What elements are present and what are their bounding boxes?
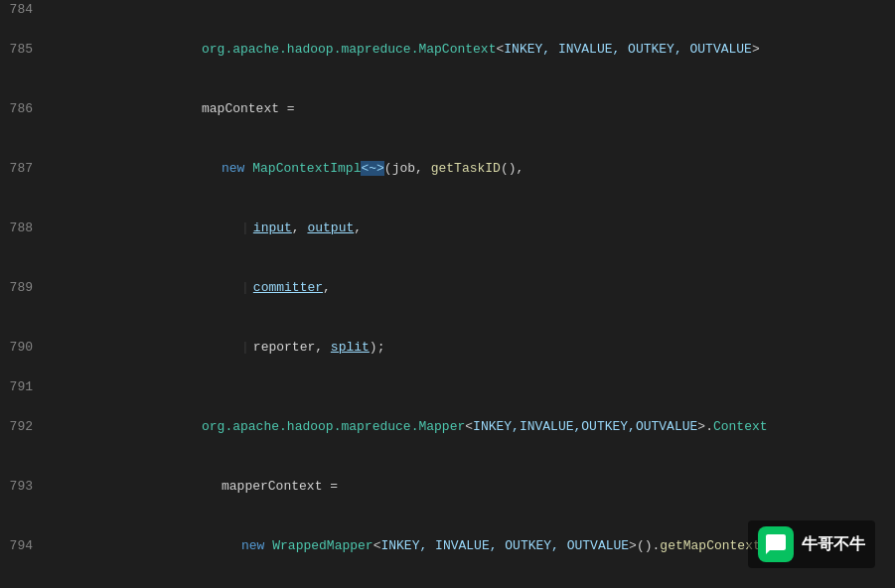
line-content: mapContext = — [61, 79, 895, 139]
table-row: 789 |committer, — [0, 258, 895, 318]
table-row: 785 org.apache.hadoop.mapreduce.MapConte… — [0, 20, 895, 79]
line-content: |reporter, split); — [61, 318, 895, 377]
line-content — [61, 0, 895, 20]
line-content: |committer, — [61, 258, 895, 318]
line-gutter — [45, 516, 61, 576]
line-content: org.apache.hadoop.mapreduce.Mapper<INKEY… — [61, 397, 895, 457]
table-row: 787 new MapContextImpl<~>(job, getTaskID… — [0, 139, 895, 199]
line-number: 788 — [0, 199, 45, 258]
line-gutter — [45, 258, 61, 318]
table-row: 784 — [0, 0, 895, 20]
line-number: 786 — [0, 79, 45, 139]
line-number: 785 — [0, 20, 45, 79]
table-row: 786 mapContext = — [0, 79, 895, 139]
line-gutter — [45, 377, 61, 397]
line-content: mapperContext = — [61, 457, 895, 516]
line-content: org.apache.hadoop.mapreduce.MapContext<I… — [61, 20, 895, 79]
line-content: ||mapContext); — [61, 576, 895, 588]
watermark: 牛哥不牛 — [748, 520, 875, 568]
code-lines: 784 785 org.apache.hadoop.mapreduce.MapC… — [0, 0, 895, 588]
line-number: 793 — [0, 457, 45, 516]
line-gutter — [45, 20, 61, 79]
table-row: 795 ||mapContext); — [0, 576, 895, 588]
line-gutter — [45, 576, 61, 588]
line-gutter — [45, 0, 61, 20]
line-number: 792 — [0, 397, 45, 457]
code-editor: 784 785 org.apache.hadoop.mapreduce.MapC… — [0, 0, 895, 588]
line-content: |input, output, — [61, 199, 895, 258]
line-number: 790 — [0, 318, 45, 377]
line-gutter — [45, 397, 61, 457]
line-gutter — [45, 199, 61, 258]
line-number: 794 — [0, 516, 45, 576]
table-row: 791 — [0, 377, 895, 397]
table-row: 790 |reporter, split); — [0, 318, 895, 377]
line-content — [61, 377, 895, 397]
line-gutter — [45, 79, 61, 139]
watermark-text: 牛哥不牛 — [802, 534, 865, 555]
line-gutter — [45, 139, 61, 199]
line-number: 789 — [0, 258, 45, 318]
line-gutter — [45, 457, 61, 516]
table-row: 793 mapperContext = — [0, 457, 895, 516]
line-gutter — [45, 318, 61, 377]
line-number: 791 — [0, 377, 45, 397]
table-row: 788 |input, output, — [0, 199, 895, 258]
watermark-icon — [758, 526, 794, 562]
line-number: 787 — [0, 139, 45, 199]
line-number: 795 — [0, 576, 45, 588]
line-content: new MapContextImpl<~>(job, getTaskID(), — [61, 139, 895, 199]
table-row: 792 org.apache.hadoop.mapreduce.Mapper<I… — [0, 397, 895, 457]
line-number: 784 — [0, 0, 45, 20]
